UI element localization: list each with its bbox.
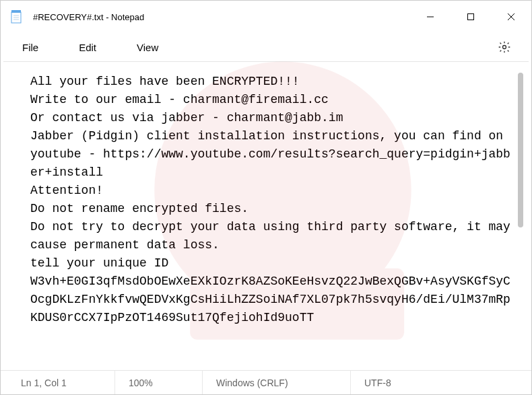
titlebar: #RECOVERY#.txt - Notepad bbox=[1, 1, 531, 33]
close-button[interactable] bbox=[491, 1, 531, 33]
menu-edit[interactable]: Edit bbox=[72, 38, 103, 57]
svg-point-11 bbox=[503, 46, 506, 49]
status-encoding: UTF-8 bbox=[351, 371, 531, 394]
minimize-button[interactable] bbox=[410, 1, 451, 33]
statusbar: Ln 1, Col 1 100% Windows (CRLF) UTF-8 bbox=[1, 370, 531, 394]
menu-view[interactable]: View bbox=[130, 38, 165, 57]
vertical-scrollbar[interactable] bbox=[517, 73, 526, 363]
status-zoom: 100% bbox=[115, 371, 203, 394]
window-title: #RECOVERY#.txt - Notepad bbox=[33, 12, 144, 22]
settings-button[interactable] bbox=[492, 35, 517, 59]
window-controls bbox=[410, 1, 531, 33]
menu-file[interactable]: File bbox=[15, 38, 45, 57]
svg-rect-8 bbox=[468, 14, 474, 20]
status-cursor-position: Ln 1, Col 1 bbox=[1, 371, 115, 394]
notepad-icon bbox=[10, 9, 22, 24]
text-area[interactable]: All your files have been ENCRYPTED!!! Wr… bbox=[1, 62, 531, 363]
menubar: File Edit View bbox=[1, 33, 531, 61]
maximize-button[interactable] bbox=[451, 1, 491, 33]
svg-rect-3 bbox=[11, 10, 21, 13]
status-line-ending: Windows (CRLF) bbox=[203, 371, 351, 394]
document-content[interactable]: All your files have been ENCRYPTED!!! Wr… bbox=[30, 73, 517, 363]
scrollbar-thumb[interactable] bbox=[518, 73, 523, 227]
